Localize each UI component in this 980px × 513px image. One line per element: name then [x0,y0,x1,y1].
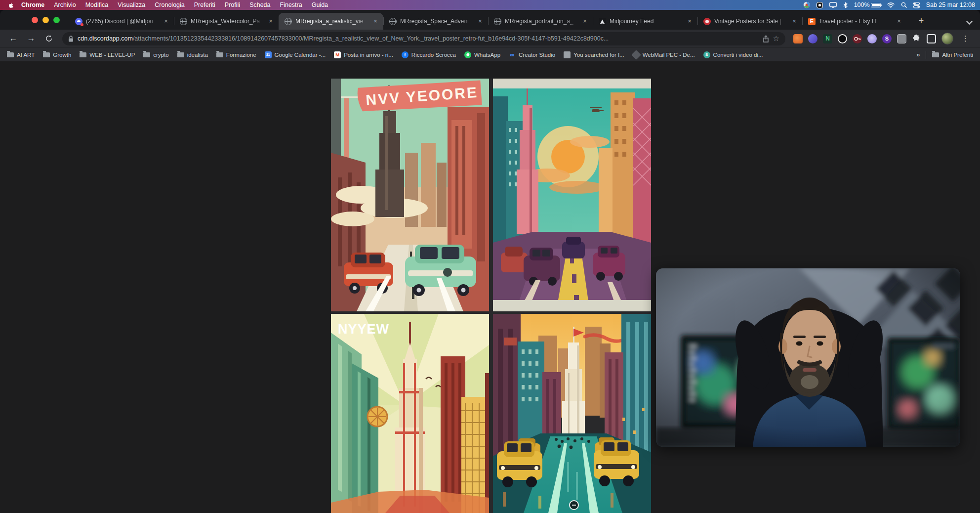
bookmark-gmail[interactable]: MPosta in arrivo - ri... [334,51,393,58]
extension-icon-green-n[interactable]: N [823,34,832,43]
bookmark-star-icon[interactable]: ☆ [773,34,779,43]
extension-icon-black-circle[interactable] [838,34,847,43]
menubar-clock[interactable]: Sab 25 mar 12:08 [926,1,975,8]
extension-icon-gray-square[interactable] [897,34,906,43]
share-icon[interactable] [763,35,769,43]
close-tab-icon[interactable]: × [267,17,275,25]
close-tab-icon[interactable]: × [895,17,903,25]
wifi-icon[interactable] [887,2,895,8]
extension-icon-white-frame[interactable] [927,34,936,43]
menu-item-finestra[interactable]: Finestra [280,1,302,8]
menu-item-profili[interactable]: Profili [225,1,240,8]
tab-portrait[interactable]: MRregista_portrait_on_a_ × [488,13,593,30]
close-tab-icon[interactable]: × [371,17,379,25]
close-tab-icon[interactable]: × [581,17,589,25]
tab-space-adventure[interactable]: MRregista_Space_Advent × [383,13,488,30]
bookmark-facebook[interactable]: fRiccardo Scrocca [402,51,456,58]
browser-toolbar: ← → cdn.discordapp.com/attachments/10135… [0,30,980,47]
back-button[interactable]: ← [6,31,21,46]
menu-item-cronologia[interactable]: Cronologia [155,1,184,8]
extension-icon-key[interactable] [853,34,862,43]
address-bar[interactable]: cdn.discordapp.com/attachments/101351233… [62,32,785,45]
close-tab-icon[interactable]: × [162,17,170,25]
screen-record-icon[interactable] [817,2,823,8]
etsy-icon: E [808,18,816,25]
close-tab-icon[interactable]: × [790,17,798,25]
bookmark-folder-crypto[interactable]: crypto [143,52,168,58]
menu-item-scheda[interactable]: Scheda [249,1,270,8]
bookmark-you-searched[interactable]: You searched for I... [564,51,624,58]
bookmark-altri-preferiti[interactable]: Altri Preferiti [932,52,973,58]
new-tab-button[interactable]: + [915,14,928,27]
globe-icon [285,18,292,25]
bluetooth-icon[interactable] [843,2,848,8]
bookmark-folder-ai-art[interactable]: AI ART [7,52,35,58]
tab-vintage-posters[interactable]: Vintage Posters for Sale | × [697,13,802,30]
bookmark-label: Google Calendar -... [275,52,326,58]
webcam-overlay[interactable] [656,268,960,447]
tab-watercolor[interactable]: MRregista_Watercolor_Pa × [174,13,279,30]
extension-icon-indigo[interactable] [808,34,817,43]
bookmark-label: AI ART [17,52,35,58]
bookmarks-overflow-chevron[interactable]: » [916,51,920,58]
midjourney-grid-image[interactable]: NVV YEOORE [331,79,651,513]
reload-button[interactable] [41,31,56,46]
poster-top-right[interactable] [493,79,651,311]
close-window-button[interactable] [32,17,38,23]
extensions-puzzle-icon[interactable] [912,34,921,43]
poster-bottom-left[interactable]: NYYEW [331,314,489,513]
bookmark-whatsapp[interactable]: WhatsApp [464,51,500,58]
battery-status[interactable]: 100% [854,1,881,8]
discord-icon [75,18,82,25]
tab-realistic-view-active[interactable]: MRregista_a_realistic_vie × [279,13,383,30]
screen: Chrome Archivio Modifica Visualizza Cron… [0,0,980,513]
bookmark-creator-studio[interactable]: ∞Creator Studio [509,51,555,58]
control-center-icon[interactable] [913,2,920,8]
zoom-out-cursor-icon [569,500,579,510]
fullscreen-window-button[interactable] [53,17,60,23]
menu-item-visualizza[interactable]: Visualizza [118,1,145,8]
bookmark-label: WEB - LEVEL-UP [89,52,135,58]
gmail-icon: M [334,51,341,58]
bookmark-label: crypto [153,52,168,58]
menu-item-chrome[interactable]: Chrome [21,1,44,8]
poster-bottom-right[interactable] [493,314,651,513]
menu-item-guida[interactable]: Guida [312,1,328,8]
profile-avatar[interactable] [941,33,953,44]
folder-icon [932,52,939,57]
menu-item-archivio[interactable]: Archivio [54,1,76,8]
browser-menu-kebab-icon[interactable]: ⋮ [959,34,972,43]
bookmark-label: Formazione [226,52,256,58]
extension-icon-orange[interactable] [793,34,803,43]
bookmark-google-calendar[interactable]: 31Google Calendar -... [265,51,326,58]
minimize-window-button[interactable] [42,17,49,23]
spotlight-icon[interactable] [901,2,907,8]
extension-icon-lavender[interactable] [867,34,877,43]
forward-button[interactable]: → [24,31,39,46]
close-tab-icon[interactable]: × [686,17,694,25]
tab-etsy[interactable]: E Travel poster - Etsy IT × [802,13,907,30]
display-icon[interactable] [829,2,837,8]
extension-icon-purple-s[interactable]: S [882,34,892,43]
bookmark-label: Riccardo Scrocca [411,52,456,58]
bookmark-folder-idealista[interactable]: idealista [177,52,208,58]
bookmarks-divider [926,51,926,59]
folder-icon [143,52,150,57]
close-tab-icon[interactable]: × [476,17,484,25]
bookmark-folder-growth[interactable]: Growth [43,52,71,58]
bookmark-folder-web-level-up[interactable]: WEB - LEVEL-UP [80,52,135,58]
bookmark-folder-formazione[interactable]: Formazione [216,52,256,58]
poster-top-left[interactable]: NVV YEOORE [331,79,489,311]
folder-icon [43,52,50,57]
tab-discord[interactable]: (2765) Discord | @Midjou × [69,13,174,30]
bookmark-converti-video[interactable]: SConverti i video di... [703,51,763,58]
url-text[interactable]: cdn.discordapp.com/attachments/101351233… [78,35,759,42]
tab-search-chevron-icon[interactable] [967,19,972,24]
bookmark-webmail-pec[interactable]: WebMail PEC - De... [633,51,695,58]
facebook-icon: f [402,51,408,58]
menu-item-modifica[interactable]: Modifica [85,1,109,8]
menu-item-preferiti[interactable]: Preferiti [194,1,215,8]
tab-midjourney-feed[interactable]: Midjourney Feed × [593,13,697,30]
app-status-icon[interactable] [803,1,810,8]
apple-icon[interactable] [8,2,14,8]
